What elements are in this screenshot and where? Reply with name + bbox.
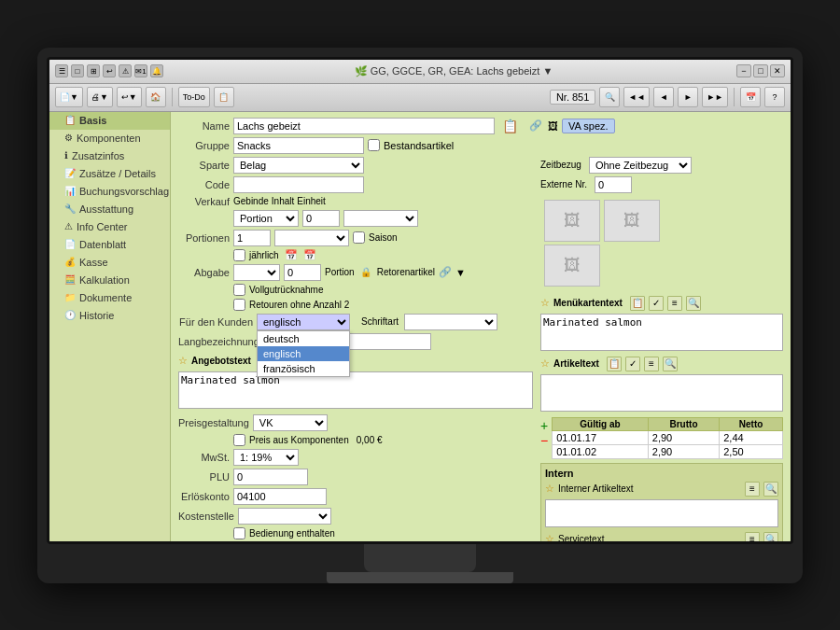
- grid-icon[interactable]: ⊞: [87, 64, 100, 77]
- kostenstelle-select[interactable]: [238, 508, 331, 525]
- portionen-einheit-select[interactable]: [274, 230, 349, 246]
- inhalt-input[interactable]: [302, 210, 340, 227]
- vollgut-checkbox[interactable]: [233, 284, 245, 296]
- sidebar-item-ausstattung[interactable]: 🔧 Ausstattung: [49, 201, 170, 218]
- preisgestaltung-select[interactable]: VK: [253, 414, 328, 431]
- retouren-checkbox[interactable]: [233, 299, 245, 311]
- sidebar-item-basis[interactable]: 📋 Basis: [49, 112, 170, 130]
- new-button[interactable]: 📄▼: [55, 87, 83, 107]
- sidebar-item-zusaetze[interactable]: 📝 Zusätze / Details: [49, 165, 170, 183]
- image-icon[interactable]: 🖼: [548, 120, 558, 132]
- home-button[interactable]: 🏠: [146, 87, 166, 107]
- artikeltext-textarea[interactable]: [540, 374, 783, 412]
- cal-from-icon[interactable]: 📅: [285, 249, 298, 261]
- gebinde-select[interactable]: Portion: [233, 210, 299, 227]
- sidebar-item-zusatzinfos[interactable]: ℹ Zusatzinfos: [49, 147, 170, 165]
- menuekarte-textarea[interactable]: Marinated salmon: [540, 314, 783, 351]
- angebotstext-textarea[interactable]: Marinated salmon: [178, 371, 533, 409]
- minimize-button[interactable]: −: [736, 64, 751, 77]
- bestandsartikel-checkbox[interactable]: [368, 139, 380, 151]
- maximize-button[interactable]: □: [753, 64, 768, 77]
- name-input[interactable]: [233, 118, 495, 134]
- back-button[interactable]: ↩▼: [117, 87, 142, 107]
- next-record-button[interactable]: ►: [678, 87, 698, 107]
- plu-input[interactable]: [233, 469, 308, 485]
- sidebar-item-komponenten[interactable]: ⚙ Komponenten: [49, 130, 170, 147]
- first-record-button[interactable]: ◄◄: [623, 87, 650, 107]
- jaehrlich-checkbox[interactable]: [233, 249, 245, 261]
- sidebar-item-historie[interactable]: 🕐 Historie: [49, 307, 170, 325]
- abgabe-select[interactable]: [233, 264, 280, 281]
- mail-icon[interactable]: ✉1: [134, 64, 147, 77]
- close-button[interactable]: ✕: [770, 64, 785, 77]
- mwst-select[interactable]: 1: 19%: [233, 449, 299, 466]
- calendar-button[interactable]: 📅: [740, 87, 761, 107]
- help-button[interactable]: ?: [764, 87, 785, 107]
- sidebar-item-datenblatt[interactable]: 📄 Datenblatt: [49, 236, 170, 254]
- kunden-select[interactable]: englisch deutsch französisch: [257, 314, 350, 330]
- remove-price-button[interactable]: −: [540, 434, 548, 447]
- sidebar-item-kasse[interactable]: 💰 Kasse: [49, 254, 170, 272]
- artikeltext-search-btn[interactable]: 🔍: [663, 357, 678, 371]
- link-icon[interactable]: 🔗: [529, 119, 542, 132]
- print-button[interactable]: 🖨▼: [87, 87, 113, 107]
- prev-record-button[interactable]: ◄: [653, 87, 674, 107]
- dropdown-deutsch[interactable]: deutsch: [258, 331, 349, 346]
- abgabe-input[interactable]: [284, 264, 321, 281]
- artikeltext-list-btn[interactable]: ≡: [644, 357, 659, 371]
- warning-icon[interactable]: ⚠: [119, 64, 132, 77]
- image-1[interactable]: 🖼: [544, 200, 600, 242]
- menuekarte-copy-btn[interactable]: 📋: [630, 296, 645, 311]
- notes-button[interactable]: 📋: [214, 87, 234, 107]
- window-icon[interactable]: □: [71, 64, 84, 77]
- menu-icon[interactable]: ☰: [55, 64, 68, 77]
- image-3[interactable]: 🖼: [544, 245, 600, 287]
- sidebar-item-dokumente[interactable]: 📁 Dokumente: [49, 289, 170, 307]
- servicetext-list-btn[interactable]: ≡: [745, 532, 760, 541]
- dropdown-englisch[interactable]: englisch: [258, 346, 349, 361]
- sidebar-item-kalkulation[interactable]: 🧮 Kalkulation: [49, 272, 170, 289]
- last-record-button[interactable]: ►►: [702, 87, 728, 107]
- back-icon[interactable]: ↩: [103, 64, 116, 77]
- retour-link-icon[interactable]: 🔗: [439, 266, 452, 278]
- sparte-select[interactable]: Belag: [233, 157, 364, 174]
- sidebar-item-infocenter[interactable]: ⚠ Info Center: [49, 218, 170, 236]
- kunden-dropdown-list[interactable]: deutsch englisch französisch: [257, 330, 350, 377]
- bell-icon[interactable]: 🔔: [150, 64, 163, 77]
- saison-checkbox[interactable]: [353, 231, 365, 244]
- record-search-button[interactable]: 🔍: [599, 87, 620, 107]
- code-input[interactable]: [233, 176, 364, 193]
- kunden-dropdown-container[interactable]: englisch deutsch französisch deutsch eng…: [257, 314, 350, 330]
- image-2[interactable]: 🖼: [604, 200, 660, 242]
- sidebar-item-buchungsvorschlag[interactable]: 📊 Buchungsvorschlag: [49, 183, 170, 201]
- todo-button[interactable]: To-Do: [178, 87, 210, 107]
- gruppe-input[interactable]: [233, 137, 364, 154]
- name-copy-icon[interactable]: 📋: [502, 119, 518, 133]
- bedienung-checkbox[interactable]: [233, 527, 245, 539]
- einheit-select[interactable]: [343, 210, 418, 227]
- menuekarte-search-btn[interactable]: 🔍: [686, 296, 701, 311]
- schriftart-select[interactable]: [404, 314, 497, 330]
- price-row-2[interactable]: 01.01.02 2,90 2,50: [553, 444, 783, 458]
- dropdown-franzoesisch[interactable]: französisch: [258, 361, 349, 376]
- erloeskonto-input[interactable]: [233, 488, 327, 505]
- va-spez-button[interactable]: VA spez.: [562, 119, 615, 133]
- servicetext-search-btn[interactable]: 🔍: [763, 532, 778, 541]
- int-artikeltext-search-btn[interactable]: 🔍: [763, 482, 778, 497]
- int-artikeltext-textarea[interactable]: [545, 499, 778, 527]
- portionen-input[interactable]: [233, 230, 271, 246]
- preis-checkbox[interactable]: [233, 434, 245, 446]
- window-controls[interactable]: − □ ✕: [736, 64, 785, 77]
- add-price-button[interactable]: +: [540, 419, 548, 432]
- retour-arrow-icon[interactable]: ▼: [455, 267, 466, 278]
- title-bar-icons[interactable]: ☰ □ ⊞ ↩ ⚠ ✉1 🔔: [55, 64, 163, 77]
- price-row-1[interactable]: 01.01.17 2,90 2,44: [553, 430, 783, 444]
- menuekarte-check-btn[interactable]: ✓: [649, 296, 664, 311]
- cal-to-icon[interactable]: 📅: [303, 249, 316, 261]
- int-artikeltext-list-btn[interactable]: ≡: [745, 482, 760, 497]
- artikeltext-copy-btn[interactable]: 📋: [607, 357, 622, 371]
- zeitbezug-select[interactable]: Ohne Zeitbezug: [589, 157, 692, 174]
- artikeltext-check-btn[interactable]: ✓: [625, 357, 640, 371]
- externe-nr-input[interactable]: [595, 176, 632, 193]
- menuekarte-list-btn[interactable]: ≡: [667, 296, 682, 311]
